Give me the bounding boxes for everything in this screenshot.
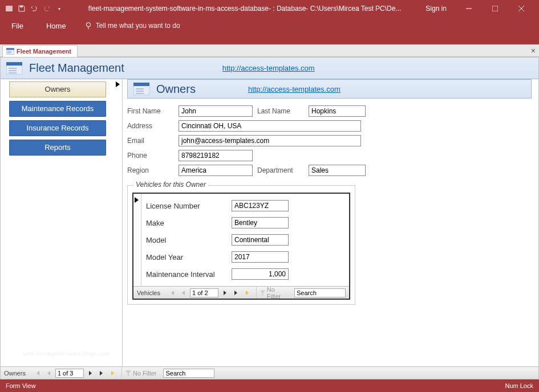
status-bar: Form View Num Lock: [0, 379, 539, 392]
subheader-title: Owners: [156, 83, 196, 96]
header-link[interactable]: http://access-templates.com: [222, 64, 315, 72]
ribbon: File Home Tell me what you want to do: [0, 17, 539, 44]
owners-nav-first-icon[interactable]: [33, 368, 43, 378]
main-form: Fleet Management http://access-templates…: [0, 57, 539, 379]
label-make: Make: [146, 219, 232, 227]
vehicles-navbar: Vehicles No Filter: [133, 286, 349, 299]
sidebar-nav: Owners Maintenance Records Insurance Rec…: [1, 79, 115, 366]
label-first-name: First Name: [127, 107, 179, 115]
model-field[interactable]: [232, 234, 289, 246]
tab-close-icon[interactable]: ×: [531, 46, 536, 55]
undo-icon[interactable]: [30, 4, 39, 13]
form-header-icon: [6, 62, 22, 75]
owners-nav-prev-icon[interactable]: [44, 368, 54, 378]
region-field[interactable]: [179, 165, 253, 176]
record-selector[interactable]: [115, 79, 123, 366]
ribbon-tab-file[interactable]: File: [7, 17, 28, 35]
form-header: Fleet Management http://access-templates…: [1, 58, 538, 79]
owners-nav-search[interactable]: [163, 369, 214, 378]
label-region: Region: [127, 166, 179, 174]
email-field[interactable]: [179, 135, 361, 146]
vehicles-legend: Vehicles for this Owner: [133, 181, 208, 189]
ribbon-tab-home[interactable]: Home: [42, 17, 71, 35]
vehicles-nav-new-icon[interactable]: [242, 288, 253, 298]
close-button[interactable]: [508, 0, 534, 17]
year-field[interactable]: [232, 251, 289, 263]
document-tabs: Fleet Management ×: [0, 44, 539, 57]
window-title: fleet-management-system-software-in-ms-a…: [64, 5, 425, 13]
title-bar: ▾ fleet-management-system-software-in-ms…: [0, 0, 539, 17]
save-icon[interactable]: [17, 4, 26, 13]
vehicle-record-selector[interactable]: [133, 194, 141, 286]
owners-subheader: Owners http://access-templates.com: [127, 79, 532, 99]
vehicles-nav-last-icon[interactable]: [231, 288, 241, 298]
address-field[interactable]: [179, 120, 361, 132]
label-department: Department: [257, 166, 309, 174]
vehicles-nav-search[interactable]: [294, 288, 346, 297]
vehicles-nav-first-icon[interactable]: [167, 288, 177, 298]
qat-dropdown-icon[interactable]: ▾: [55, 4, 64, 13]
vehicles-nav-position[interactable]: [190, 288, 218, 297]
svg-rect-9: [6, 48, 14, 50]
interval-field[interactable]: [232, 268, 289, 280]
license-field[interactable]: [232, 200, 289, 211]
label-phone: Phone: [127, 152, 179, 160]
label-address: Address: [127, 122, 179, 130]
svg-rect-13: [6, 62, 22, 66]
vehicles-nav-prev-icon[interactable]: [179, 288, 189, 298]
sidebar-item-owners[interactable]: Owners: [9, 81, 106, 97]
label-license: License Number: [146, 202, 232, 210]
owners-navbar: Owners No Filter: [1, 366, 538, 379]
vehicles-nav-next-icon[interactable]: [220, 288, 230, 298]
sign-in-link[interactable]: Sign in: [425, 5, 447, 13]
last-name-field[interactable]: [309, 105, 366, 117]
svg-rect-18: [133, 83, 149, 86]
access-app-icon: [5, 4, 14, 13]
vehicles-groupbox: Vehicles for this Owner License Number M…: [127, 185, 355, 305]
sidebar-item-insurance[interactable]: Insurance Records: [9, 120, 106, 136]
subheader-icon: [133, 83, 149, 95]
label-last-name: Last Name: [257, 107, 309, 115]
svg-point-6: [86, 23, 90, 27]
label-year: Model Year: [146, 253, 232, 262]
phone-field[interactable]: [179, 150, 253, 161]
owners-nav-next-icon[interactable]: [85, 368, 95, 378]
department-field[interactable]: [309, 165, 366, 176]
minimize-button[interactable]: [456, 0, 482, 17]
watermark: www.heritagechristiancollege.com: [23, 351, 110, 357]
make-field[interactable]: [232, 217, 289, 228]
tab-fleet-management[interactable]: Fleet Management: [2, 45, 78, 57]
svg-rect-1: [20, 6, 23, 7]
maximize-button[interactable]: [482, 0, 508, 17]
owners-nav-nofilter: No Filter: [122, 370, 160, 377]
tab-label: Fleet Management: [17, 48, 71, 55]
status-view-mode: Form View: [6, 382, 35, 389]
owners-nav-position[interactable]: [55, 369, 84, 378]
label-email: Email: [127, 137, 179, 145]
form-title: Fleet Management: [29, 62, 124, 75]
status-numlock: Num Lock: [505, 382, 533, 389]
redo-icon[interactable]: [42, 4, 51, 13]
sidebar-item-maintenance[interactable]: Maintenance Records: [9, 101, 106, 117]
label-interval: Maintenance Interval: [146, 270, 232, 279]
sidebar-item-reports[interactable]: Reports: [9, 140, 106, 156]
owners-nav-last-icon[interactable]: [96, 368, 107, 378]
owners-nav-new-icon[interactable]: [108, 368, 118, 378]
svg-rect-3: [492, 6, 498, 11]
label-model: Model: [146, 236, 232, 244]
vehicles-nav-nofilter: No Filter: [257, 286, 291, 300]
quick-access-toolbar: ▾: [5, 4, 64, 13]
first-name-field[interactable]: [179, 105, 253, 117]
owners-nav-label: Owners: [1, 370, 29, 377]
vehicles-nav-label: Vehicles: [133, 289, 164, 296]
svg-rect-0: [6, 6, 13, 11]
subheader-link[interactable]: http://access-templates.com: [248, 85, 341, 93]
tell-me-search[interactable]: Tell me what you want to do: [84, 17, 180, 34]
